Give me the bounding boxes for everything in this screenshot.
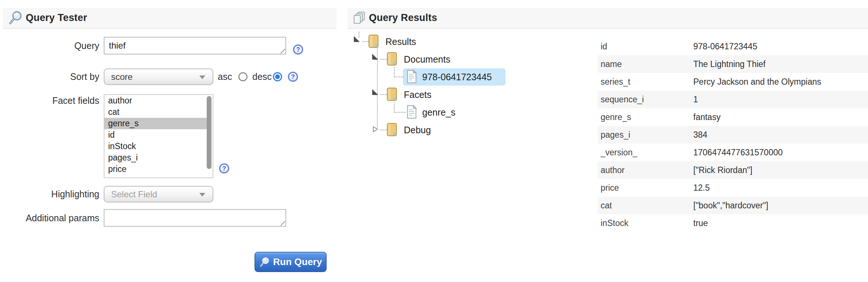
facet-option[interactable]: id — [104, 129, 207, 141]
highlighting-select[interactable]: Select Field — [104, 186, 213, 202]
additional-params-label: Additional params — [0, 209, 99, 227]
query-field-wrap: thief — [104, 37, 286, 54]
field-value: Percy Jackson and the Olympians — [693, 73, 821, 91]
tree-connector — [394, 112, 406, 113]
field-key: author — [601, 161, 625, 179]
facet-option[interactable]: inStock — [104, 141, 207, 152]
field-key: series_t — [601, 73, 630, 91]
table-row: pages_i 384 — [598, 126, 868, 144]
table-row: id 978-0641723445 — [598, 38, 868, 55]
document-detail-table: id 978-0641723445 name The Lightning Thi… — [598, 38, 868, 232]
query-tester-header: Query Tester — [3, 8, 337, 29]
expander-open-icon[interactable] — [354, 36, 360, 42]
scrollbar-thumb[interactable] — [207, 96, 211, 169]
tree-node-genre[interactable]: genre_s — [422, 103, 455, 121]
asc-radio[interactable] — [238, 72, 248, 81]
tree-node-documents[interactable]: Documents — [404, 50, 450, 68]
query-label: Query — [0, 37, 99, 54]
highlighting-placeholder: Select Field — [111, 189, 157, 200]
tree-connector — [394, 102, 395, 112]
facet-help-icon[interactable]: ? — [219, 163, 229, 173]
table-row: name The Lightning Thief — [598, 55, 868, 73]
field-key: _version_ — [601, 144, 637, 161]
desc-radio[interactable] — [273, 72, 282, 81]
field-key: price — [601, 179, 619, 197]
chevron-down-icon — [199, 193, 205, 197]
field-value: 978-0641723445 — [693, 38, 757, 55]
facet-option[interactable]: author — [104, 95, 207, 106]
asc-label: asc — [218, 68, 232, 85]
field-value: 12.5 — [693, 179, 710, 197]
table-row: _version_ 1706474477631570000 — [598, 144, 868, 161]
tree-node-debug[interactable]: Debug — [404, 121, 431, 139]
field-value: ["book","hardcover"] — [693, 197, 768, 214]
facet-option[interactable]: pages_i — [104, 152, 207, 163]
tree-node-facets[interactable]: Facets — [404, 86, 431, 103]
documents-stack-icon — [353, 11, 366, 25]
query-results-header: Query Results — [348, 8, 868, 29]
facet-option-selected[interactable]: genre_s — [104, 118, 207, 129]
query-tester-title: Query Tester — [26, 12, 87, 24]
field-value: 1706474477631570000 — [693, 144, 783, 161]
query-results-title: Query Results — [369, 12, 437, 24]
magnifier-icon — [259, 257, 270, 267]
field-key: cat — [601, 197, 612, 214]
folder-icon — [386, 122, 398, 137]
folder-icon — [368, 34, 380, 49]
document-icon — [406, 105, 417, 119]
table-row: sequence_i 1 — [598, 91, 868, 108]
tree-connector — [394, 67, 395, 77]
field-value: true — [693, 214, 708, 232]
expander-closed-icon[interactable] — [372, 126, 378, 133]
query-input[interactable]: thief — [104, 37, 286, 54]
facet-fields-label: Facet fields — [0, 95, 99, 106]
facet-fields-listbox: author cat genre_s id inStock pages_i pr… — [104, 94, 213, 178]
field-key: pages_i — [601, 126, 630, 144]
field-key: inStock — [601, 214, 628, 232]
highlighting-label: Highlighting — [0, 186, 99, 202]
facet-option[interactable]: price — [104, 163, 207, 175]
sort-help-icon[interactable]: ? — [288, 72, 298, 82]
field-key: id — [601, 38, 607, 55]
chevron-down-icon — [199, 75, 205, 79]
expander-open-icon[interactable] — [372, 54, 378, 60]
table-row: author ["Rick Riordan"] — [598, 161, 868, 179]
field-value: 384 — [693, 126, 707, 144]
table-row: cat ["book","hardcover"] — [598, 197, 868, 214]
sort-selected-value: score — [111, 72, 133, 82]
table-row: genre_s fantasy — [598, 108, 868, 126]
tree-node-results[interactable]: Results — [385, 33, 416, 50]
query-help-icon[interactable]: ? — [293, 45, 303, 54]
field-value: The Lightning Thief — [693, 55, 766, 73]
document-icon — [406, 69, 417, 84]
sort-select[interactable]: score — [104, 68, 213, 85]
field-key: name — [601, 55, 622, 73]
magnifier-icon — [8, 10, 23, 26]
run-query-button[interactable]: Run Query — [255, 252, 327, 272]
expander-open-icon[interactable] — [372, 89, 378, 95]
folder-icon — [386, 87, 398, 102]
run-query-label: Run Query — [273, 256, 322, 268]
table-row: series_t Percy Jackson and the Olympians — [598, 73, 868, 91]
sort-label: Sort by — [0, 68, 99, 85]
tree-connector — [377, 48, 378, 130]
field-value: fantasy — [693, 108, 721, 126]
folder-icon — [386, 52, 398, 66]
field-value: ["Rick Riordan"] — [693, 161, 753, 179]
tree-node-document-id[interactable]: 978-0641723445 — [422, 68, 492, 86]
field-key: genre_s — [601, 108, 631, 126]
additional-params-wrap — [104, 209, 286, 227]
field-key: sequence_i — [601, 91, 644, 108]
table-row: inStock true — [598, 214, 868, 232]
table-row: price 12.5 — [598, 179, 868, 197]
facet-option[interactable]: cat — [104, 106, 207, 118]
desc-label: desc — [252, 68, 272, 85]
additional-params-input[interactable] — [104, 209, 286, 227]
field-value: 1 — [693, 91, 698, 108]
